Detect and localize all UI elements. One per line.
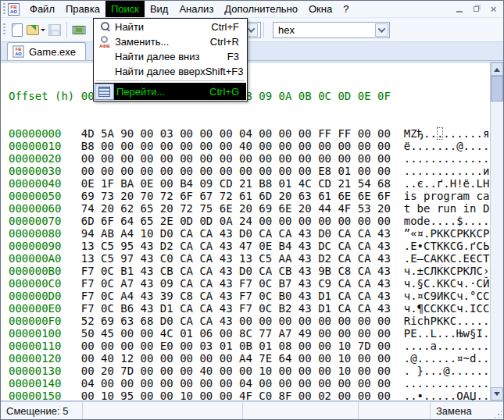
hex-row[interactable]: 00000080 94 AB A4 10 D0 CA CA 43 D0 CA C… <box>9 227 490 240</box>
menubar-item-6[interactable]: Окна <box>303 1 338 17</box>
menubar-item-3[interactable]: Вид <box>145 1 174 17</box>
row-text[interactable]: ................ <box>404 152 490 165</box>
hex-row[interactable]: 00000020 00 00 00 00 00 00 00 00 00 00 0… <box>9 152 490 165</box>
row-text[interactable]: .@......¤~d..... <box>404 352 490 365</box>
scrollbar-thumb[interactable] <box>491 76 503 101</box>
chevron-down-icon[interactable] <box>375 23 388 37</box>
row-text[interactable]: is program canno <box>404 190 490 202</box>
hex-row[interactable]: 00000060 74 20 62 65 20 72 75 6E 20 69 6… <box>9 202 490 215</box>
row-text[interactable]: .Е•CТККCG.ґCЬККC <box>404 240 490 252</box>
row-text[interactable]: ч.§C.ККCч.·CЙККC <box>404 277 490 290</box>
row-bytes[interactable]: 13 C5 97 43 C0 CA CA 43 13 C5 AA 43 D2 C… <box>61 252 403 265</box>
memory-button[interactable] <box>70 20 88 39</box>
row-text[interactable]: ............и... <box>404 165 490 177</box>
row-bytes[interactable]: 00 20 7D 00 00 00 40 00 00 10 00 00 00 1… <box>61 365 403 377</box>
menu-item[interactable]: НайтиCtrl+F <box>95 20 246 34</box>
row-text[interactable]: MZђ.........яя.. <box>404 127 490 140</box>
hex-row[interactable]: 000000E0 F7 0C B6 43 D1 CA CA 43 F7 0C B… <box>9 302 490 315</box>
hex-row[interactable]: 000000B0 F7 0C B1 43 CB CA CA 43 D0 CA C… <box>9 265 490 277</box>
menu-item[interactable]: Найти далее вверхShift+F3 <box>95 64 246 79</box>
scroll-up-button[interactable] <box>491 62 503 76</box>
row-bytes[interactable]: F7 0C A4 43 39 C8 CA 43 F7 0C B0 43 D1 C… <box>61 290 403 302</box>
row-bytes[interactable]: 00 00 00 00 00 00 00 00 00 00 00 00 E8 0… <box>61 165 403 177</box>
save-button[interactable] <box>45 20 64 39</box>
hex-row[interactable]: 000000F0 52 69 63 68 D0 CA CA 43 00 00 0… <box>9 315 490 327</box>
menu-item[interactable]: Найти далее внизF3 <box>95 49 246 64</box>
hex-row[interactable]: 00000110 00 00 00 00 E0 00 03 01 0B 01 0… <box>9 340 490 352</box>
hex-row[interactable]: 00000090 13 C5 95 43 D2 CA CA 43 47 0E B… <box>9 240 490 252</box>
row-text[interactable]: ”«¤.РККCРККCРККC <box>404 227 490 240</box>
tab-game-exe[interactable]: Game.exe <box>7 42 86 60</box>
row-bytes[interactable]: 00 00 00 00 E0 00 03 01 0B 01 08 00 00 1… <box>61 340 403 352</box>
row-text[interactable]: PE..L...Њw§I.... <box>404 327 490 340</box>
row-bytes[interactable]: 4D 5A 90 00 03 00 00 00 04 00 00 00 FF F… <box>61 127 403 140</box>
row-text[interactable]: ................ <box>404 377 490 390</box>
row-text[interactable]: ч.±CЛККCРКЛC›ИКC <box>404 265 490 277</box>
row-bytes[interactable]: F7 0C A7 43 09 CA CA 43 F7 0C B7 43 C9 C… <box>61 277 403 290</box>
hex-row[interactable]: 00000010 B8 00 00 00 00 00 00 00 40 00 0… <box>9 140 490 152</box>
row-bytes[interactable]: 00 40 12 00 00 00 00 00 A4 7E 64 00 00 1… <box>61 352 403 365</box>
hex-row[interactable]: 00000150 00 10 95 00 00 10 00 00 4F C0 8… <box>9 390 490 400</box>
row-text[interactable]: . }...@......... <box>404 365 490 377</box>
document-icon[interactable] <box>8 3 20 16</box>
row-bytes[interactable]: 50 45 00 00 4C 01 06 00 8C 77 A7 49 00 0… <box>61 327 403 340</box>
row-bytes[interactable]: 6D 6F 64 65 2E 0D 0D 0A 24 00 00 00 00 0… <box>61 215 403 227</box>
minimize-button[interactable] <box>454 4 464 14</box>
hex-row[interactable]: 00000140 04 00 00 00 00 00 00 00 04 00 0… <box>9 377 490 390</box>
row-bytes[interactable]: 69 73 20 70 72 6F 67 72 61 6D 20 63 61 6… <box>61 190 403 202</box>
row-bytes[interactable]: 0E 1F BA 0E 00 B4 09 CD 21 B8 01 4C CD 2… <box>61 177 403 190</box>
row-text[interactable]: ....а.........}. <box>404 340 490 352</box>
menubar-item-4[interactable]: Анализ <box>173 1 219 17</box>
menubar-item-1[interactable]: Правка <box>60 1 105 17</box>
row-bytes[interactable]: 52 69 63 68 D0 CA CA 43 00 00 00 00 00 0… <box>61 315 403 327</box>
row-text[interactable]: .Е—CАККC.ЕЄCТККC <box>404 252 490 265</box>
row-text[interactable]: ч.¶CСККCч.ІCСККC <box>404 302 490 315</box>
row-text[interactable]: ..є..ґ.Н!ё.LН!Th <box>404 177 490 190</box>
status-mode-label[interactable]: Замена <box>436 405 472 417</box>
menubar-item-active[interactable]: Поиск <box>105 1 145 17</box>
hex-row[interactable]: 00000000 4D 5A 90 00 03 00 00 00 04 00 0… <box>9 127 490 140</box>
row-text[interactable]: ..•.....OАЏ..... <box>404 390 490 400</box>
menu-item[interactable]: Перейти...Ctrl+G <box>95 83 246 100</box>
row-bytes[interactable]: 04 00 00 00 00 00 00 00 04 00 00 00 00 0… <box>61 377 403 390</box>
hex-row[interactable]: 00000100 50 45 00 00 4C 01 06 00 8C 77 A… <box>9 327 490 340</box>
vertical-scrollbar[interactable] <box>490 62 503 400</box>
hex-row[interactable]: 00000130 00 20 7D 00 00 00 40 00 00 10 0… <box>9 365 490 377</box>
resize-grip[interactable] <box>494 410 502 418</box>
row-bytes[interactable]: 13 C5 95 43 D2 CA CA 43 47 0E B4 43 DC C… <box>61 240 403 252</box>
offset-base-select[interactable]: hex <box>273 22 390 38</box>
hex-row[interactable]: 00000030 00 00 00 00 00 00 00 00 00 00 0… <box>9 165 490 177</box>
row-bytes[interactable]: F7 0C B6 43 D1 CA CA 43 F7 0C B2 43 D1 C… <box>61 302 403 315</box>
hex-row[interactable]: 000000A0 13 C5 97 43 C0 CA CA 43 13 C5 A… <box>9 252 490 265</box>
row-bytes[interactable]: 00 10 95 00 00 10 00 00 4F C0 8F 00 02 0… <box>61 390 403 400</box>
menu-item-shortcut: Ctrl+F <box>211 21 246 33</box>
row-bytes[interactable]: 74 20 62 65 20 72 75 6E 20 69 6E 20 44 4… <box>61 202 403 215</box>
row-text[interactable]: ч.¤C9ИКCч.°CСККC <box>404 290 490 302</box>
row-bytes[interactable]: 94 AB A4 10 D0 CA CA 43 D0 CA CA 43 D0 C… <box>61 227 403 240</box>
row-text[interactable]: RichРККC........ <box>404 315 490 327</box>
scrollbar-track[interactable] <box>491 101 503 387</box>
menu-item[interactable]: Заменить...Ctrl+R <box>95 34 246 49</box>
hex-row[interactable]: 00000050 69 73 20 70 72 6F 67 72 61 6D 2… <box>9 190 490 202</box>
scroll-down-button[interactable] <box>491 387 503 400</box>
hex-row[interactable]: 000000C0 F7 0C A7 43 09 CA CA 43 F7 0C B… <box>9 277 490 290</box>
hex-row[interactable]: 000000D0 F7 0C A4 43 39 C8 CA 43 F7 0C B… <box>9 290 490 302</box>
restore-button[interactable] <box>471 4 481 14</box>
hex-row[interactable]: 00000120 00 40 12 00 00 00 00 00 A4 7E 6… <box>9 352 490 365</box>
row-text[interactable]: t be run in DOS <box>404 202 490 215</box>
new-file-button[interactable] <box>8 20 27 39</box>
row-bytes[interactable]: F7 0C B1 43 CB CA CA 43 D0 CA CB 43 9B C… <box>61 265 403 277</box>
menubar-item-7[interactable]: ? <box>338 1 354 17</box>
hex-pane[interactable]: Offset (h) 00 01 02 03 04 05 06 07 08 09… <box>1 62 490 400</box>
row-bytes[interactable]: 00 00 00 00 00 00 00 00 00 00 00 00 00 0… <box>61 152 403 165</box>
row-text[interactable]: mode....$....... <box>404 215 490 227</box>
menubar-item-5[interactable]: Дополнительно <box>219 1 303 17</box>
close-button[interactable]: × <box>488 4 499 14</box>
menubar-item-0[interactable]: Файл <box>24 1 60 17</box>
open-file-button[interactable] <box>27 20 45 39</box>
hex-row[interactable]: 00000070 6D 6F 64 65 2E 0D 0D 0A 24 00 0… <box>9 215 490 227</box>
hex-row[interactable]: 00000040 0E 1F BA 0E 00 B4 09 CD 21 B8 0… <box>9 177 490 190</box>
row-bytes[interactable]: B8 00 00 00 00 00 00 00 40 00 00 00 00 0… <box>61 140 403 152</box>
row-text[interactable]: ё.......@....... <box>404 140 490 152</box>
status-offset: Смещение: 5 <box>1 402 83 419</box>
